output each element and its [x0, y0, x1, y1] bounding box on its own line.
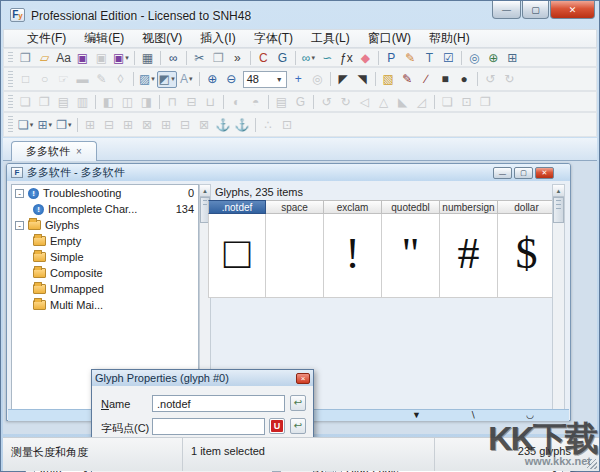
menu-item-6[interactable]: 窗口(W) — [359, 28, 420, 49]
draw-ellipse-icon[interactable]: ● — [455, 71, 474, 88]
child-minimize-button[interactable]: — — [493, 167, 512, 179]
glyph-cell[interactable]: $ — [498, 214, 555, 298]
cut-icon[interactable]: ✂ — [190, 49, 209, 66]
maximize-button[interactable]: ▢ — [522, 1, 549, 19]
zoom-out-icon[interactable]: ⊖ — [222, 71, 241, 88]
new-font-icon[interactable]: ❐ — [16, 49, 35, 66]
menu-item-7[interactable]: 帮助(H) — [420, 28, 479, 49]
glyph-scroll-thumb[interactable] — [553, 197, 564, 223]
dialog-title-bar[interactable]: Glyph Properties (glyph #0) × — [92, 370, 313, 386]
transform-text-icon[interactable]: T — [420, 49, 439, 66]
find-glyph-icon[interactable]: ◎ — [465, 49, 484, 66]
contour-select-icon[interactable]: ◤ — [334, 71, 353, 88]
image-view-icon[interactable]: ▨▾ — [137, 71, 157, 88]
notes-icon[interactable]: ✎ — [401, 49, 420, 66]
glyph-cell[interactable]: " — [382, 214, 440, 298]
child-maximize-button[interactable]: ▢ — [514, 167, 533, 179]
draw-rectangle-icon[interactable]: ■ — [436, 71, 455, 88]
glyph-cell[interactable]: □ — [208, 214, 266, 298]
tree-item-empty[interactable]: Empty — [12, 233, 198, 249]
break-link-icon[interactable]: ∽ — [318, 49, 337, 66]
menu-item-2[interactable]: 视图(V) — [133, 28, 191, 49]
toolbar-grip[interactable] — [8, 52, 13, 64]
formula-icon[interactable]: ƒx — [337, 49, 356, 66]
tree-item-unmapped[interactable]: Unmapped — [12, 281, 198, 297]
add-glyph-icon[interactable]: G — [273, 49, 292, 66]
dropdown-arrow-icon[interactable]: ▾ — [125, 54, 129, 62]
menu-item-4[interactable]: 字体(T) — [245, 28, 302, 49]
tree-item-incomplete-char-[interactable]: !Incomplete Char...134 — [12, 201, 198, 217]
toolbar-grip[interactable] — [8, 71, 13, 86]
copy-icon[interactable]: ❐ — [209, 49, 228, 66]
font-overview-icon[interactable]: Aa — [54, 49, 73, 66]
insert-link-icon[interactable]: ∞▾ — [299, 49, 318, 66]
print-icon[interactable]: ▦ — [138, 49, 157, 66]
glyph-cell[interactable]: ! — [324, 214, 382, 298]
glyph-column-header[interactable]: numbersign — [440, 200, 498, 214]
dropdown-arrow-icon[interactable]: ▾ — [171, 75, 175, 83]
open-font-icon[interactable]: ▱ — [35, 49, 54, 66]
glyph-column-header[interactable]: dollar — [498, 200, 555, 214]
overflow-chevron[interactable]: » — [228, 49, 247, 66]
draw-freehand-icon[interactable]: ∕ — [417, 71, 436, 88]
tree-item-troubleshooting[interactable]: -!Troubleshooting0 — [12, 185, 198, 201]
menu-item-1[interactable]: 编辑(E) — [75, 28, 133, 49]
new-glyph-page-icon[interactable]: ❏▾ — [16, 116, 35, 133]
find-icon[interactable]: ∞ — [164, 49, 183, 66]
revert-name-icon[interactable]: ↩ — [290, 395, 306, 411]
insert-image-icon[interactable]: ▧ — [379, 71, 398, 88]
minimize-button[interactable]: — — [492, 1, 521, 19]
glyph-column-header[interactable]: quotedbl — [382, 200, 440, 214]
tree-item-simple[interactable]: Simple — [12, 249, 198, 265]
glyph-column-header[interactable]: space — [266, 200, 324, 214]
menu-item-5[interactable]: 工具(L) — [302, 28, 359, 49]
dropdown-arrow-icon[interactable]: ▾ — [151, 75, 155, 83]
validation-icon[interactable]: ☑ — [439, 49, 458, 66]
tree-item-multi-mai-[interactable]: Multi Mai... — [12, 297, 198, 313]
add-character-icon[interactable]: C — [254, 49, 273, 66]
codepage-icon[interactable]: ⊕ — [484, 49, 503, 66]
glyph-column-header[interactable]: exclam — [324, 200, 382, 214]
child-title-bar[interactable]: F 多多软件 - 多多软件 — [7, 164, 570, 181]
glyph-scrollbar[interactable]: ▲ — [552, 184, 565, 420]
revert-codepoint-icon[interactable]: ↩ — [290, 418, 306, 434]
child-close-button[interactable]: ✕ — [535, 167, 554, 179]
point-select-icon[interactable]: ◥ — [353, 71, 372, 88]
tab-active[interactable]: 多多软件 × — [11, 141, 97, 161]
scroll-up-icon[interactable]: ▲ — [553, 185, 564, 197]
glyph-window-icon[interactable]: ⊞▾ — [35, 116, 54, 133]
zoom-in-icon[interactable]: ⊕ — [203, 71, 222, 88]
menu-item-3[interactable]: 插入(I) — [191, 28, 244, 49]
unicode-picker-button[interactable]: U — [269, 418, 285, 434]
name-input[interactable]: .notdef — [152, 395, 285, 412]
glyph-column-header[interactable]: .notdef — [208, 200, 266, 214]
title-bar[interactable]: Fy Professional Edition - Licensed to SN… — [1, 1, 599, 29]
glyph-cell[interactable]: # — [440, 214, 498, 298]
dropdown-arrow-icon[interactable]: ▾ — [68, 121, 72, 129]
draw-contour-icon[interactable]: ✎ — [398, 71, 417, 88]
dropdown-arrow-icon[interactable]: ▾ — [189, 75, 193, 83]
eraser-icon[interactable]: ◆ — [356, 49, 375, 66]
post-properties-icon[interactable]: P — [382, 49, 401, 66]
toolbar-grip[interactable] — [8, 116, 13, 132]
dropdown-arrow-icon[interactable]: ▾ — [49, 121, 53, 129]
resize-grip[interactable] — [587, 459, 597, 469]
new-window-icon[interactable]: ⊞ — [503, 49, 522, 66]
dropdown-arrow-icon[interactable]: ▾ — [311, 54, 315, 62]
page-options-icon[interactable]: ❐▾ — [54, 116, 73, 133]
close-button[interactable]: ✕ — [550, 1, 595, 19]
tree-item-glyphs[interactable]: -Glyphs — [12, 217, 198, 233]
contour-view-icon[interactable]: ◩▾ — [157, 71, 177, 88]
toolbar-grip[interactable] — [8, 95, 13, 108]
tree-expander-icon[interactable]: - — [15, 221, 24, 230]
save-font-icon[interactable]: ▣ — [73, 49, 92, 66]
tab-close-icon[interactable]: × — [76, 146, 82, 157]
menu-item-0[interactable]: 文件(F) — [18, 28, 75, 49]
save-as-icon[interactable]: ▣▾ — [111, 49, 131, 66]
glyph-cell[interactable] — [266, 214, 324, 298]
dialog-close-icon[interactable]: × — [296, 373, 310, 384]
scroll-up-icon[interactable]: ▲ — [200, 185, 210, 197]
codepoint-input[interactable] — [152, 418, 265, 435]
tree-item-composite[interactable]: Composite — [12, 265, 198, 281]
zoom-level-combo[interactable]: 48▼ — [243, 71, 287, 88]
